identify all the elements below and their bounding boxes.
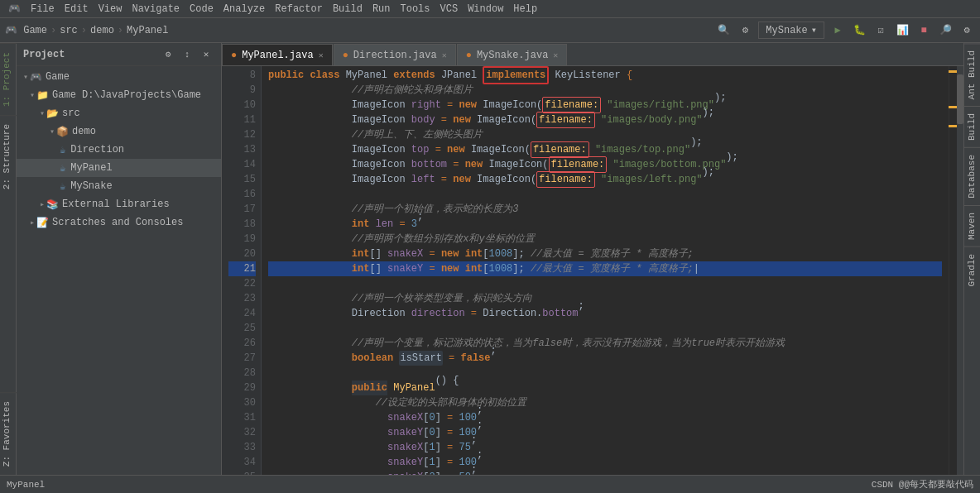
tree-item-external-libs[interactable]: ▸ 📚 External Libraries — [17, 195, 221, 213]
menu-edit[interactable]: Edit — [60, 3, 94, 15]
search-icon[interactable]: 🔍 — [715, 22, 732, 39]
tree-item-game-path[interactable]: ▾ 📁 Game D:\JavaProjects\Game — [17, 86, 221, 104]
menu-file[interactable]: File — [26, 3, 60, 15]
warning-marker2 — [949, 106, 957, 108]
code-line-16 — [268, 187, 942, 202]
code-line-10: ImageIcon right = new ImageIcon(filename… — [268, 98, 942, 112]
settings2-icon[interactable]: ⚙ — [958, 22, 975, 39]
line-numbers: 8 9 10 11 12 13 14 15 16 17 18 19 20 21 … — [228, 66, 262, 475]
code-content[interactable]: public class MyPanel extends JPanel impl… — [262, 66, 949, 475]
breadcrumb-mypanel[interactable]: MyPanel — [127, 25, 168, 36]
code-line-28 — [268, 366, 942, 381]
code-line-35: snakeX[2] = 50; — [268, 470, 942, 475]
dropdown-arrow-icon: ▾ — [811, 24, 817, 36]
tree-item-direction[interactable]: ☕ Direction — [17, 141, 221, 159]
tree-item-game[interactable]: ▾ 🎮 Game — [17, 68, 221, 86]
project-panel: Project ⚙ ↕ ✕ ▾ 🎮 Game ▾ 📁 Game D:\JavaP… — [17, 43, 222, 475]
tree-label-game: Game — [46, 71, 70, 83]
toolbar-right: 🔍 ⚙ MySnake ▾ ▶ 🐛 ☑ 📊 ■ 🔎 ⚙ — [715, 22, 975, 39]
panel-header-icons: ⚙ ↕ ✕ — [160, 46, 214, 63]
tree-label-game-path: Game D:\JavaProjects\Game — [52, 89, 201, 101]
arrow-icon6: ▸ — [30, 218, 35, 227]
scrollbar-thumb[interactable] — [957, 74, 963, 124]
arrow-icon3: ▾ — [40, 108, 45, 118]
menu-analyze[interactable]: Analyze — [219, 3, 270, 15]
warning-marker3 — [949, 125, 957, 127]
right-tab-database[interactable]: Database — [964, 147, 980, 205]
menu-run[interactable]: Run — [368, 3, 396, 15]
tab-close-mysnake[interactable]: ✕ — [553, 50, 558, 60]
project-tree: ▾ 🎮 Game ▾ 📁 Game D:\JavaProjects\Game ▾… — [17, 66, 221, 475]
settings-icon[interactable]: ⚙ — [737, 22, 753, 39]
class-icon-mysnake: ☕ — [60, 180, 65, 193]
search2-icon[interactable]: 🔎 — [937, 22, 954, 39]
app-icon: 🎮 — [3, 2, 26, 15]
status-file: MyPanel — [7, 480, 45, 490]
tree-label-direction: Direction — [70, 144, 124, 156]
tab-close-mypanel[interactable]: ✕ — [319, 50, 324, 60]
minimap-area — [949, 66, 963, 475]
tree-item-demo[interactable]: ▾ 📦 demo — [17, 122, 221, 141]
tab-mypanel[interactable]: ● MyPanel.java ✕ — [222, 44, 333, 65]
breadcrumb: 🎮 Game › src › demo › MyPanel — [5, 24, 168, 36]
package-icon: 📦 — [56, 126, 69, 138]
menu-tools[interactable]: Tools — [396, 3, 435, 15]
gear-icon[interactable]: ⚙ — [160, 46, 176, 63]
warning-marker — [949, 70, 957, 73]
tree-label-scratches: Scratches and Consoles — [52, 217, 183, 228]
code-line-19: //声明两个数组分别存放x和y坐标的位置 — [268, 232, 942, 247]
tree-item-src[interactable]: ▾ 📂 src — [17, 104, 221, 122]
code-line-11: ImageIcon body = new ImageIcon(filename:… — [268, 112, 942, 127]
coverage-button[interactable]: ☑ — [872, 22, 889, 39]
scrollbar-track[interactable] — [957, 66, 963, 475]
breadcrumb-game[interactable]: 🎮 Game — [5, 24, 47, 36]
code-line-12: //声明上、下、左侧蛇头图片 — [268, 127, 942, 142]
menu-build[interactable]: Build — [328, 3, 368, 15]
menu-vcs[interactable]: VCS — [435, 3, 464, 15]
tab-mysnake[interactable]: ● MySnake.java ✕ — [457, 44, 568, 65]
tree-label-demo: demo — [72, 126, 96, 137]
code-line-17: //声明一个初始值，表示蛇的长度为3 — [268, 202, 942, 217]
stop-button[interactable]: ■ — [915, 22, 932, 39]
run-button[interactable]: ▶ — [829, 22, 846, 39]
right-tab-ant[interactable]: Ant Build — [964, 43, 980, 106]
code-line-27: boolean isStart = false; — [268, 351, 942, 366]
left-tab-favorites[interactable]: Z: Favorites — [0, 392, 17, 475]
breadcrumb-src[interactable]: src — [60, 25, 78, 36]
menu-navigate[interactable]: Navigate — [127, 3, 185, 15]
code-block-group: snakeX[0] = 100; snakeY[0] = 100; snakeX… — [268, 410, 942, 475]
left-tab-project[interactable]: 1: Project — [0, 43, 17, 115]
code-line-22 — [268, 276, 942, 291]
menu-window[interactable]: Window — [463, 3, 508, 15]
tree-label-ext-libs: External Libraries — [62, 199, 170, 210]
expand-icon[interactable]: ↕ — [179, 46, 195, 63]
code-line-18: int len = 3; — [268, 217, 942, 232]
tab-close-direction[interactable]: ✕ — [442, 50, 447, 60]
breadcrumb-demo[interactable]: demo — [90, 25, 114, 36]
scratches-icon: 📝 — [36, 217, 49, 229]
code-line-14: ImageIcon bottom = new ImageIcon(filenam… — [268, 157, 942, 172]
profile-button[interactable]: 📊 — [894, 22, 910, 39]
code-line-9: //声明右侧蛇头和身体图片 — [268, 83, 942, 98]
tab-direction[interactable]: ● Direction.java ✕ — [334, 44, 456, 65]
tree-item-mypanel[interactable]: ☕ MyPanel — [17, 159, 221, 177]
menu-code[interactable]: Code — [185, 3, 219, 15]
left-tab-structure[interactable]: 2: Structure — [0, 115, 17, 198]
menu-help[interactable]: Help — [508, 3, 542, 15]
toolbar: 🎮 Game › src › demo › MyPanel 🔍 ⚙ MySnak… — [0, 18, 980, 43]
menu-refactor[interactable]: Refactor — [270, 3, 328, 15]
tree-item-scratches[interactable]: ▸ 📝 Scratches and Consoles — [17, 213, 221, 232]
right-tab-maven[interactable]: Maven — [964, 205, 980, 247]
code-line-13: ImageIcon top = new ImageIcon(filename: … — [268, 142, 942, 157]
close-panel-icon[interactable]: ✕ — [198, 46, 214, 63]
right-tab-gradle[interactable]: Gradle — [964, 247, 980, 294]
panel-title: Project — [23, 49, 65, 60]
menu-view[interactable]: View — [94, 3, 127, 15]
arrow-icon: ▾ — [23, 72, 28, 82]
code-line-8: public class MyPanel extends JPanel impl… — [268, 68, 942, 83]
arrow-icon5: ▸ — [40, 199, 45, 209]
tree-item-mysnake[interactable]: ☕ MySnake — [17, 177, 221, 195]
run-config-dropdown[interactable]: MySnake ▾ — [758, 22, 824, 39]
right-tab-build[interactable]: Build — [964, 106, 980, 147]
debug-button[interactable]: 🐛 — [851, 22, 867, 39]
